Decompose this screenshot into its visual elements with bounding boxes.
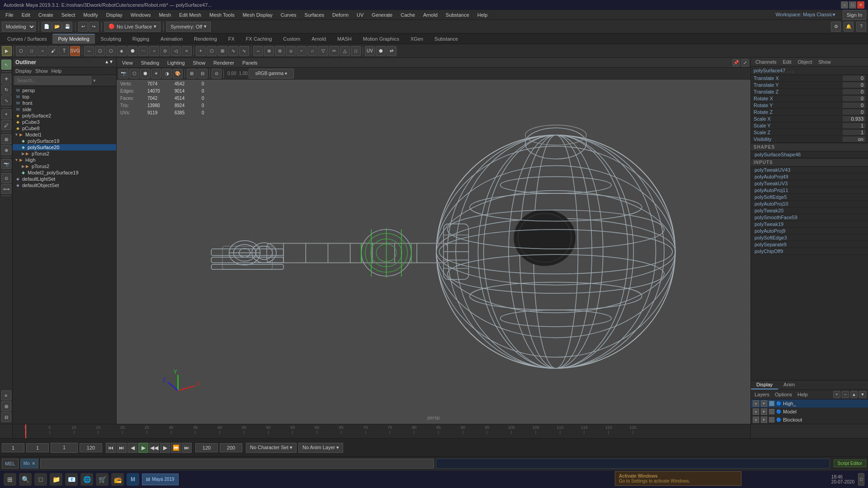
attr-scale-z[interactable]: Scale Z 1 bbox=[751, 129, 868, 136]
maximize-button[interactable]: □ bbox=[849, 1, 856, 9]
input-polyAutoProj9[interactable]: polyAutoProj9 bbox=[751, 228, 868, 235]
range-end-anim-input[interactable] bbox=[80, 443, 102, 452]
current-frame-input[interactable] bbox=[26, 443, 49, 452]
symmetry-mode-button[interactable]: ⟺ bbox=[1, 184, 11, 194]
attr-scale-y[interactable]: Scale Y 1 bbox=[751, 122, 868, 129]
menu-display[interactable]: Display bbox=[103, 11, 126, 19]
module-selector[interactable]: Modeling bbox=[2, 22, 36, 32]
timeline-area[interactable]: 0510152025303540455055606570758085909510… bbox=[0, 424, 868, 438]
input-polySoftEdge5[interactable]: polySoftEdge5 bbox=[751, 194, 868, 201]
shapes-polySurfaceShape46[interactable]: polySurfaceShape46 bbox=[751, 151, 868, 158]
separate-tool[interactable]: ⊖ bbox=[275, 46, 285, 56]
tree-item-model1[interactable]: ▼ ▶ Model1 bbox=[13, 131, 116, 138]
layer-p-high[interactable]: P bbox=[761, 400, 767, 407]
layers-help[interactable]: Help bbox=[796, 392, 810, 397]
step-forward-button[interactable]: ▶ bbox=[160, 443, 170, 453]
tab-rigging[interactable]: Rigging bbox=[127, 34, 155, 44]
status-icon-3[interactable]: ? bbox=[856, 22, 866, 32]
show-tab[interactable]: Show bbox=[816, 59, 833, 65]
paint-select[interactable]: 🖌 bbox=[48, 46, 58, 56]
mail-app[interactable]: 📧 bbox=[65, 473, 78, 486]
vp-colorspace-btn[interactable]: sRGB gamma ▾ bbox=[249, 69, 294, 79]
menu-windows[interactable]: Windows bbox=[127, 11, 155, 19]
tree-item-pTorus2-child[interactable]: ▶ ▶ pTorus2 bbox=[13, 150, 116, 157]
menu-generate[interactable]: Generate bbox=[368, 11, 396, 19]
tab-custom[interactable]: Custom bbox=[278, 34, 306, 44]
menu-select[interactable]: Select bbox=[58, 11, 79, 19]
vp-wire-btn[interactable]: ⬡ bbox=[129, 69, 139, 79]
vp-texture-btn[interactable]: 🎨 bbox=[173, 69, 183, 79]
go-start-button[interactable]: ⏮ bbox=[106, 443, 116, 453]
boolean-diff[interactable]: − bbox=[297, 46, 307, 56]
svg-tool[interactable]: SVG bbox=[70, 46, 80, 56]
bridge-tool[interactable]: ⬡ bbox=[106, 46, 116, 56]
attr-translate-y[interactable]: Translate Y 0 bbox=[751, 82, 868, 89]
tab-curves-surfaces[interactable]: Curves / Surfaces bbox=[2, 34, 52, 44]
layers-menu[interactable]: Layers bbox=[753, 392, 771, 397]
menu-mesh-tools[interactable]: Mesh Tools bbox=[206, 11, 238, 19]
select-mode-button[interactable]: ↖ bbox=[1, 60, 11, 70]
mel-close-button[interactable]: ✕ bbox=[32, 461, 35, 466]
open-scene-button[interactable]: 📂 bbox=[52, 22, 62, 32]
outliner-menu-help[interactable]: Help bbox=[52, 68, 62, 74]
vp-menu-renderer[interactable]: Renderer bbox=[210, 59, 238, 66]
edit-tab[interactable]: Edit bbox=[781, 59, 793, 65]
tab-xgen[interactable]: XGen bbox=[405, 34, 429, 44]
undo-button[interactable]: ↩ bbox=[78, 22, 88, 32]
input-polyTweak20[interactable]: polyTweak20 bbox=[751, 207, 868, 214]
viewport-canvas[interactable]: X Y Z persp bbox=[117, 80, 750, 424]
attr-rotate-z[interactable]: Rotate Z 0 bbox=[751, 109, 868, 116]
outliner-collapse[interactable]: ▲▼ bbox=[104, 59, 113, 64]
transform-tool[interactable]: T bbox=[59, 46, 69, 56]
vp-grid-btn[interactable]: ⊞ bbox=[187, 69, 197, 79]
menu-cache[interactable]: Cache bbox=[397, 11, 419, 19]
vp-expand-button[interactable]: ⤢ bbox=[741, 59, 749, 66]
vp-menu-lighting[interactable]: Lighting bbox=[164, 59, 189, 66]
layer-blockout[interactable]: V P 🔵 Blockout bbox=[751, 416, 868, 424]
maya-taskbar-item[interactable]: M Maya 2019 bbox=[142, 474, 179, 485]
wedge-face[interactable]: ◁ bbox=[171, 46, 181, 56]
status-icon-2[interactable]: 🔔 bbox=[844, 22, 854, 32]
cleanup-tool[interactable]: ✂ bbox=[329, 46, 339, 56]
tree-item-objectset[interactable]: ◈ defaultObjectSet bbox=[13, 182, 116, 188]
menu-mesh[interactable]: Mesh bbox=[155, 11, 175, 19]
tree-item-high[interactable]: ▼ ▶ High bbox=[13, 157, 116, 163]
search-options[interactable]: ▾ bbox=[93, 78, 96, 84]
attr-visibility[interactable]: Visibility on bbox=[751, 136, 868, 143]
redo-button[interactable]: ↪ bbox=[89, 22, 99, 32]
mirror-geo[interactable]: ↔ bbox=[253, 46, 263, 56]
fill-hole[interactable]: ◈ bbox=[117, 46, 127, 56]
tree-item-model2-ps19[interactable]: ◆ Model2_polySurface19 bbox=[13, 169, 116, 176]
tree-item-lightset[interactable]: ◈ defaultLightSet bbox=[13, 176, 116, 182]
move-tool-button[interactable]: ✛ bbox=[1, 74, 11, 84]
input-polyTweakUV3[interactable]: polyTweakUV3 bbox=[751, 180, 868, 187]
tree-item-pCube8[interactable]: ◆ pCube8 bbox=[13, 125, 116, 131]
tree-item-front[interactable]: M front bbox=[13, 100, 116, 106]
append-polygon[interactable]: + bbox=[196, 46, 206, 56]
attr-rotate-x[interactable]: Rotate X 0 bbox=[751, 95, 868, 102]
input-polyChipOff9[interactable]: polyChipOff9 bbox=[751, 248, 868, 255]
transfer-attr[interactable]: ⇄ bbox=[387, 46, 396, 56]
extrude-tool[interactable]: ⬡ bbox=[95, 46, 105, 56]
attr-translate-z[interactable]: Translate Z 0 bbox=[751, 89, 868, 95]
range-start-input[interactable] bbox=[2, 443, 24, 452]
vp-menu-panels[interactable]: Panels bbox=[239, 59, 261, 66]
play-back-button[interactable]: ◀◀ bbox=[149, 443, 159, 453]
search-taskbar[interactable]: 🔍 bbox=[19, 473, 32, 486]
uv-editor[interactable]: UV bbox=[365, 46, 375, 56]
poke-face[interactable]: ⊙ bbox=[160, 46, 170, 56]
menu-edit-mesh[interactable]: Edit Mesh bbox=[175, 11, 205, 19]
vp-menu-show[interactable]: Show bbox=[189, 59, 209, 66]
new-scene-button[interactable]: 📄 bbox=[42, 22, 52, 32]
scale-tool-button[interactable]: ⤡ bbox=[1, 95, 11, 105]
layer-p-blockout[interactable]: P bbox=[761, 417, 767, 423]
input-polySeparate9[interactable]: polySeparate9 bbox=[751, 241, 868, 248]
menu-uv[interactable]: UV bbox=[353, 11, 367, 19]
snap-grid-button[interactable]: ⊞ bbox=[1, 134, 11, 144]
anim-tab[interactable]: Anim bbox=[778, 380, 800, 389]
vp-light-btn[interactable]: ☀ bbox=[151, 69, 161, 79]
connect-tool[interactable]: ⋯ bbox=[138, 46, 148, 56]
menu-file[interactable]: File bbox=[2, 11, 17, 19]
lasso-tool-button[interactable]: ⌖ bbox=[1, 109, 11, 119]
attr-translate-x[interactable]: Translate X 0 bbox=[751, 75, 868, 82]
